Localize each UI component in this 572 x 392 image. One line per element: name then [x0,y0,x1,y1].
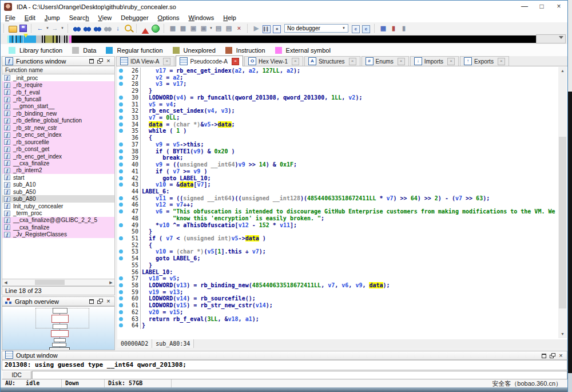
function-row[interactable]: f_term_proc [2,209,114,216]
debug-tool-dropdown-icon[interactable]: ▼ [209,26,213,30]
code-line[interactable]: 56LABEL_10: [117,269,557,276]
navband-scroll-arrows[interactable] [2,35,7,43]
search-binoculars-disabled-icon[interactable] [104,25,112,32]
debug-tool-icon-2[interactable]: ▦ [178,24,188,33]
search-binoculars-icon-1[interactable] [73,25,81,32]
debug-tool-icon-3[interactable]: ▣ [189,24,198,33]
function-row[interactable]: fsub_A10 [2,181,114,188]
menu-item-windows[interactable]: Windows [184,14,219,21]
scroll-down-icon[interactable]: ▼ [558,330,567,338]
panel-close-icon[interactable]: × [104,57,113,65]
menu-item-jump[interactable]: Jump [40,14,65,21]
delete-icon[interactable]: × [235,24,244,33]
function-row[interactable]: fInit_ruby_concealer [2,203,114,209]
tab-close-icon[interactable]: × [349,58,356,65]
tab-pseudocode-a[interactable]: Pseudocode-A× [176,56,243,66]
code-line[interactable]: 47 v6 = "This obfuscation is intended to… [117,208,557,215]
panel-maximize-icon[interactable] [539,352,548,359]
tab-hex-view-1[interactable]: OHex View-1× [244,56,303,66]
code-line[interactable]: 34 data = (char *)&v5->data; [117,121,557,128]
function-row[interactable]: f_rb_enc_set_index [2,132,114,138]
debug-tool-icon-6[interactable]: ▤ [224,24,233,33]
highlight-search-icon[interactable] [125,25,132,31]
open-file-icon[interactable] [9,26,17,33]
function-name-column-header[interactable]: Function name [2,66,115,74]
save-file-icon[interactable] [19,25,27,32]
tab-exports[interactable]: ↑Exports× [460,56,509,66]
panel-close-icon[interactable]: × [104,298,113,305]
debug-misc-icon-1[interactable]: c [352,25,360,33]
code-line[interactable]: 49 *v10 ^= aThisObfuscatio[v12 - 152 * v… [117,222,557,229]
function-row[interactable]: f_rb_intern2 [2,167,114,174]
menu-item-file[interactable]: File [1,14,20,21]
pseudocode-view[interactable]: 26 v17 = rb_enc_get_index(a2, a2, 127LL,… [117,66,567,339]
function-row[interactable]: f_rb_funcall [2,96,114,102]
minimize-button[interactable]: — [516,1,533,13]
code-line[interactable]: 53 v10 = (char *)(v5[1].this + v7); [117,248,557,255]
code-line[interactable]: 33 v7 = 0LL; [117,114,557,121]
maximize-button[interactable]: □ [533,1,550,13]
code-line[interactable]: 54 goto LABEL_6; [117,255,557,262]
stop-process-icon[interactable]: ■ [273,25,281,33]
debug-tool-icon-1[interactable]: ▦ [168,24,177,33]
code-line[interactable]: 35 while ( 1 ) [117,128,557,134]
idc-button[interactable]: IDC [2,371,31,379]
function-row[interactable]: f__cxa_finalize [2,224,114,231]
code-line[interactable]: 63 return rb_f_eval(3LL, &v18, a1); [117,316,557,323]
scrollbar-thumb[interactable] [559,137,566,308]
navband-zoom-box[interactable] [536,34,566,43]
code-line[interactable]: 30 LODWORD(v4) = rb_funcall(qword_201308… [117,94,557,101]
function-row[interactable]: f_Jv_RegisterClasses [2,231,114,238]
back-history-dropdown-icon[interactable]: ▼ [45,26,50,30]
navigate-forward-icon[interactable]: → [50,24,59,33]
function-row[interactable]: f_rb_str_new_cstr [2,124,114,131]
script-snippets-icon[interactable]: ▦ [379,24,388,33]
code-line[interactable]: 48 "know this 'encryption' is easily bro… [117,215,557,222]
code-line[interactable]: 40 v9 = ((unsigned __int64)v9 >> 14) & 0… [117,161,557,168]
navigation-band[interactable] [7,35,536,43]
function-row[interactable]: f_rb_enc_get_index [2,153,114,160]
code-line[interactable]: 26 v17 = rb_enc_get_index(a2, a2, 127LL,… [117,68,557,74]
function-row[interactable]: f_rb_binding_new [2,110,114,117]
pause-process-icon[interactable]: ▌▌ [263,25,271,33]
tab-close-icon[interactable]: × [232,58,239,65]
tab-imports[interactable]: ↓Imports× [410,56,459,66]
code-line[interactable]: 46 v12 = v7++; [117,201,557,208]
breakpoint-remove-icon[interactable]: ▮ [399,24,408,33]
tab-close-icon[interactable]: × [163,58,170,65]
panel-float-icon[interactable] [96,298,104,305]
menu-item-view[interactable]: View [94,14,117,21]
code-line[interactable]: 62 v20 = v15; [117,309,557,316]
scrollbar-thumb[interactable] [35,280,65,285]
menu-item-edit[interactable]: Edit [20,14,40,21]
panel-float-icon[interactable] [96,57,104,65]
menu-item-debugger[interactable]: Debugger [116,14,153,21]
breakpoint-add-icon[interactable]: ▮ [389,24,398,33]
forward-history-dropdown-icon[interactable]: ▼ [60,26,65,30]
pseudocode-vertical-scrollbar[interactable]: ▲ ▼ [558,67,567,338]
debugger-select[interactable]: No debugger ▼ [284,24,348,33]
function-row[interactable]: f__cxa_finalize@@GLIBC_2_2_5 [2,217,114,224]
tab-close-icon[interactable]: × [498,58,505,65]
code-line[interactable]: 29 } [117,88,557,94]
function-row[interactable]: f__gmon_start__ [2,103,114,110]
functions-horizontal-scrollbar[interactable]: ◀ ▶ [2,279,115,286]
code-line[interactable]: 27 v2 = a2; [117,74,557,81]
functions-list[interactable]: f_init_procf_rb_requiref_rb_f_evalf_rb_f… [2,74,115,279]
search-binoculars-icon-3[interactable] [93,25,102,32]
debug-misc-icon-2[interactable]: c [362,25,370,33]
code-line[interactable]: 57 v18 = v5; [117,275,557,282]
tab-ida-view-a[interactable]: IDA View-A× [116,56,174,66]
panel-maximize-icon[interactable] [87,298,96,305]
menu-item-options[interactable]: Options [153,14,184,21]
function-row[interactable]: f_rb_const_get [2,145,114,152]
idc-command-input[interactable] [32,371,567,379]
function-row[interactable]: fsub_A80 [2,195,114,202]
code-line[interactable]: 31 v5 = v4; [117,101,557,108]
code-line[interactable]: 64} [117,322,557,329]
function-row[interactable]: f__cxa_finalize [2,160,114,167]
scroll-left-icon[interactable]: ◀ [2,280,9,285]
code-line[interactable]: 41 if ( v7 >= v9 ) [117,168,557,175]
function-row[interactable]: f_rb_sourcefile [2,138,114,145]
navigate-back-icon[interactable]: ← [35,24,45,33]
